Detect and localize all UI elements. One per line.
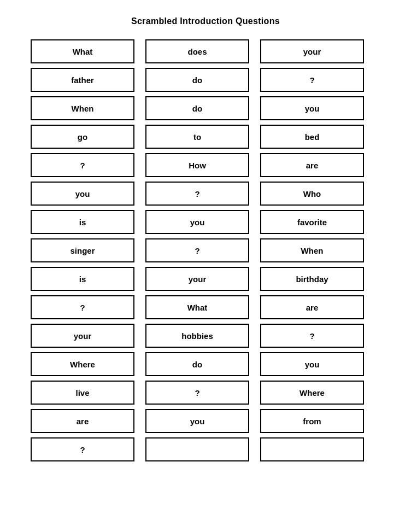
word-box: your <box>31 324 134 348</box>
word-box: are <box>260 153 364 177</box>
word-box: father <box>31 68 134 92</box>
word-box: your <box>145 267 249 291</box>
word-box: does <box>145 39 249 63</box>
word-box: you <box>145 210 249 234</box>
word-box: ? <box>31 437 134 461</box>
word-box: is <box>31 267 134 291</box>
word-box: you <box>31 182 134 206</box>
word-box: Who <box>260 182 364 206</box>
word-box: birthday <box>260 267 364 291</box>
word-box: singer <box>31 238 134 262</box>
word-box: ? <box>145 182 249 206</box>
word-box: When <box>260 238 364 262</box>
word-box: When <box>31 96 134 120</box>
word-box: do <box>145 352 249 376</box>
word-box: bed <box>260 125 364 149</box>
word-box: What <box>145 295 249 319</box>
word-box <box>260 437 364 461</box>
word-box: are <box>31 409 134 433</box>
word-box: ? <box>260 324 364 348</box>
word-box: you <box>145 409 249 433</box>
word-box: your <box>260 39 364 63</box>
word-box: hobbies <box>145 324 249 348</box>
word-box: Where <box>260 381 364 405</box>
word-box: is <box>31 210 134 234</box>
word-box: Where <box>31 352 134 376</box>
word-box: to <box>145 125 249 149</box>
word-box: ? <box>31 153 134 177</box>
word-box: ? <box>145 238 249 262</box>
word-box: you <box>260 96 364 120</box>
word-box: What <box>31 39 134 63</box>
word-box: do <box>145 68 249 92</box>
word-box <box>145 437 249 461</box>
word-grid: Whatdoesyourfatherdo?Whendoyougotobed?Ho… <box>31 39 380 461</box>
page-title: Scrambled Introduction Questions <box>131 16 280 26</box>
word-box: How <box>145 153 249 177</box>
word-box: from <box>260 409 364 433</box>
word-box: do <box>145 96 249 120</box>
word-box: favorite <box>260 210 364 234</box>
word-box: you <box>260 352 364 376</box>
word-box: live <box>31 381 134 405</box>
word-box: ? <box>260 68 364 92</box>
word-box: ? <box>31 295 134 319</box>
word-box: go <box>31 125 134 149</box>
word-box: are <box>260 295 364 319</box>
word-box: ? <box>145 381 249 405</box>
